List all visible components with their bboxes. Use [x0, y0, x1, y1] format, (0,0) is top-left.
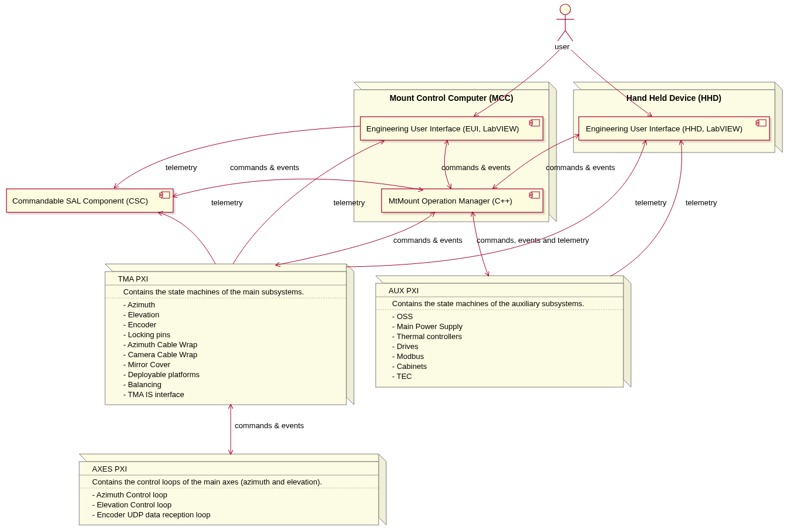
svg-rect-26 [160, 195, 163, 197]
component-opman-label: MtMount Operation Manager (C++) [389, 196, 512, 205]
svg-line-4 [565, 31, 573, 41]
label-tma-csc-tel: telemetry [211, 198, 243, 207]
tma-item: - Camera Cable Wrap [123, 350, 197, 359]
tma-item: - Azimuth Cable Wrap [123, 340, 197, 349]
node-mcc-title: Mount Control Computer (MCC) [390, 93, 514, 103]
object-aux-title: AUX PXI [389, 286, 419, 295]
aux-item: - Cabinets [392, 362, 427, 371]
tma-item: - Balancing [123, 380, 161, 389]
label-aux-hhd-tel: telemetry [686, 198, 717, 207]
svg-marker-38 [379, 454, 386, 525]
object-aux: AUX PXI Contains the state machines of t… [376, 276, 631, 387]
edge-csc-telemetry [114, 126, 360, 188]
label-tma-eui-tel: telemetry [333, 198, 365, 207]
object-tma-title: TMA PXI [118, 275, 148, 283]
actor-user: user [555, 4, 574, 51]
edge-aux-hhd-tel [610, 141, 682, 276]
aux-item: - Thermal controllers [392, 332, 462, 341]
component-opman: MtMount Operation Manager (C++) [382, 189, 543, 212]
aux-item: - Modbus [392, 352, 424, 361]
tma-item: - Azimuth [123, 300, 155, 309]
svg-rect-18 [529, 195, 532, 197]
axes-item: - Encoder UDP data reception loop [92, 510, 210, 519]
component-csc: Commandable SAL Component (CSC) [6, 189, 173, 212]
node-hhd-title: Hand Held Device (HHD) [626, 93, 721, 103]
tma-item: - Locking pins [123, 330, 171, 339]
svg-marker-33 [623, 276, 631, 387]
svg-marker-28 [346, 264, 354, 405]
svg-rect-25 [160, 193, 163, 195]
label-tma-hhd-tel: telemetry [635, 198, 667, 207]
aux-item: - Drives [392, 342, 419, 351]
label-opman-tma: commands & events [393, 236, 463, 245]
svg-rect-21 [756, 121, 759, 123]
component-eui: Engineering User Interface (EUI, LabVIEW… [360, 117, 543, 140]
label-telemetry-csc: telemetry [166, 163, 197, 172]
component-hhd-eui-label: Engineering User Interface (HHD, LabVIEW… [586, 124, 743, 133]
aux-item: - OSS [392, 312, 413, 321]
svg-marker-9 [775, 82, 782, 153]
label-opman-aux: commands, events and telemetry [477, 236, 589, 245]
tma-item: - Encoder [123, 320, 157, 329]
component-eui-label: Engineering User Interface (EUI, LabVIEW… [366, 124, 519, 133]
tma-item: - TMA IS interface [123, 390, 184, 399]
tma-item: - Mirror Cover [123, 360, 171, 369]
aux-item: - Main Power Supply [392, 322, 463, 331]
actor-label: user [555, 42, 570, 51]
label-hhd-opman: commands & events [546, 163, 615, 172]
axes-item: - Azimuth Control loop [92, 490, 167, 499]
tma-item: - Elevation [123, 310, 159, 319]
tma-item: - Deployable platforms [123, 370, 200, 379]
object-axes-subtitle: Contains the control loops of the main a… [92, 477, 322, 486]
label-tma-axes: commands & events [235, 421, 304, 430]
object-axes: AXES PXI Contains the control loops of t… [79, 454, 386, 525]
edge-tma-csc-tel [158, 212, 215, 264]
svg-marker-27 [105, 264, 354, 272]
svg-line-3 [558, 31, 565, 41]
svg-marker-32 [376, 276, 631, 283]
label-eui-opman: commands & events [441, 163, 511, 172]
object-tma: TMA PXI Contains the state machines of t… [105, 264, 354, 405]
label-csc-cmd: commands & events [230, 163, 299, 172]
axes-item: - Elevation Control loop [92, 500, 171, 509]
svg-point-0 [560, 4, 571, 15]
svg-marker-5 [354, 82, 556, 90]
svg-marker-6 [549, 82, 556, 222]
svg-rect-22 [756, 123, 759, 125]
object-tma-subtitle: Contains the state machines of the main … [123, 287, 304, 296]
svg-marker-8 [573, 82, 782, 90]
svg-rect-14 [529, 123, 532, 125]
object-aux-subtitle: Contains the state machines of the auxil… [392, 299, 584, 308]
aux-item: - TEC [392, 372, 412, 381]
svg-marker-37 [79, 454, 386, 462]
svg-rect-13 [529, 121, 532, 123]
component-hhd-eui: Engineering User Interface (HHD, LabVIEW… [579, 117, 770, 140]
svg-rect-17 [529, 193, 532, 195]
object-axes-title: AXES PXI [92, 465, 127, 473]
component-csc-label: Commandable SAL Component (CSC) [12, 196, 148, 205]
